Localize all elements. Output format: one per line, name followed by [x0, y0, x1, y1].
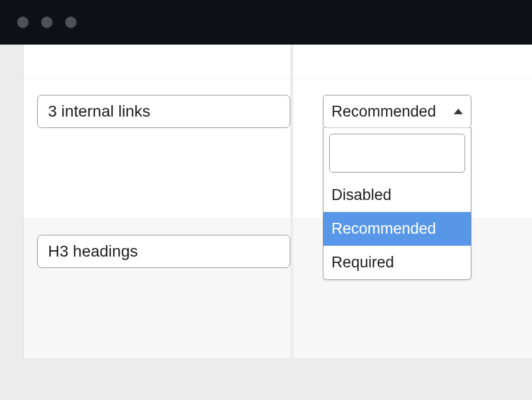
dropdown-option-recommended[interactable]: Recommended	[323, 212, 471, 246]
cell-label	[23, 219, 290, 359]
cell-label	[23, 45, 290, 79]
rule-name-input[interactable]	[37, 95, 290, 128]
caret-up-icon	[454, 109, 463, 114]
window-minimize-button[interactable]	[41, 17, 53, 28]
dropdown-option-disabled[interactable]: Disabled	[323, 178, 471, 212]
cell-value: Recommended Disabled Recommended Require…	[293, 79, 532, 219]
table-row: Recommended Disabled Recommended Require…	[23, 79, 532, 219]
priority-select-value: Recommended	[331, 103, 436, 121]
rule-name-input[interactable]	[37, 235, 290, 268]
dropdown-search-wrapper	[323, 128, 471, 178]
page-background: Recommended Disabled Recommended Require…	[0, 45, 532, 400]
window-titlebar	[0, 0, 532, 45]
window-close-button[interactable]	[17, 17, 29, 28]
cell-label	[23, 79, 290, 219]
window-maximize-button[interactable]	[65, 17, 77, 28]
dropdown-search-input[interactable]	[329, 134, 465, 173]
table-row	[23, 45, 532, 79]
settings-table: Recommended Disabled Recommended Require…	[23, 45, 532, 359]
dropdown-option-required[interactable]: Required	[323, 246, 471, 279]
cell-value	[293, 45, 532, 79]
priority-dropdown-panel: Disabled Recommended Required	[323, 127, 471, 280]
priority-select-wrapper: Recommended Disabled Recommended Require…	[323, 95, 471, 128]
priority-select[interactable]: Recommended	[323, 95, 471, 128]
